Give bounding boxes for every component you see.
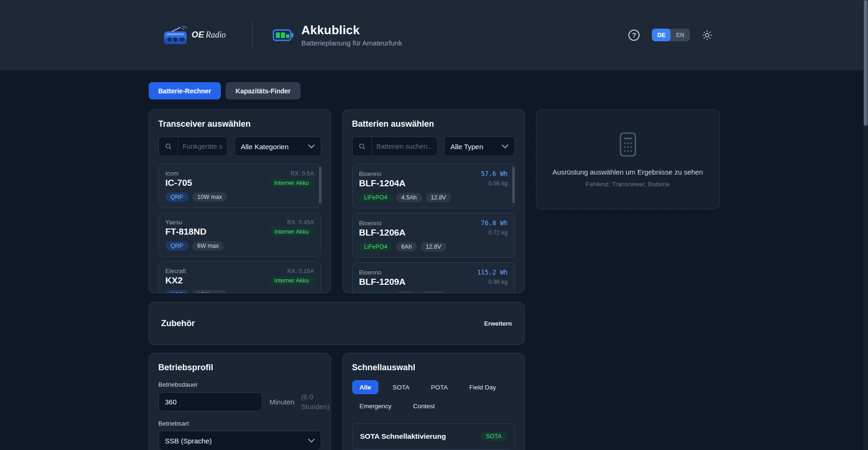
search-icon bbox=[353, 137, 372, 156]
chevron-down-icon bbox=[502, 145, 508, 148]
help-button[interactable]: ? bbox=[628, 30, 640, 41]
transceiver-category-select[interactable]: Alle Kategorien bbox=[234, 137, 321, 156]
battery-list-scrollbar[interactable] bbox=[512, 167, 515, 203]
transceiver-list: Icom RX: 0.5A IC-705 Interner Akku QRP 1… bbox=[159, 164, 321, 293]
transceiver-rx-current: RX: 0.45A bbox=[287, 219, 314, 226]
logo-radio-text: Radio bbox=[206, 30, 226, 40]
transceiver-model: KX2 bbox=[166, 275, 183, 286]
profile-title: Betriebsprofil bbox=[159, 363, 321, 373]
battery-search-input[interactable] bbox=[372, 143, 437, 150]
transceiver-model: FT-818ND bbox=[166, 227, 207, 237]
lang-de-button[interactable]: DE bbox=[652, 29, 671, 41]
transceiver-item-ic705[interactable]: Icom RX: 0.5A IC-705 Interner Akku QRP 1… bbox=[159, 164, 321, 208]
battery-energy: 57.6 Wh bbox=[481, 170, 508, 177]
battery-icon bbox=[272, 28, 294, 43]
transceiver-search bbox=[159, 137, 227, 156]
battery-brand: Bioenno bbox=[359, 220, 382, 227]
calculator-icon bbox=[617, 131, 639, 160]
quick-item-title: SOTA Schnellaktivierung bbox=[360, 432, 446, 441]
battery-weight: 0.72 kg bbox=[488, 229, 507, 236]
battery-brand: Bioenno bbox=[359, 269, 382, 276]
app-header: OE Radio Akkublick Batterieplanung für A… bbox=[0, 0, 868, 70]
chemistry-badge: LiFePO4 bbox=[359, 242, 392, 252]
battery-search bbox=[352, 137, 438, 156]
help-glyph: ? bbox=[632, 31, 636, 39]
battery-type-select[interactable]: Alle Typen bbox=[444, 137, 515, 156]
radio-icon bbox=[163, 25, 189, 46]
transceiver-list-scrollbar[interactable] bbox=[319, 167, 322, 203]
transceiver-brand: Elecraft bbox=[166, 267, 186, 275]
transceiver-brand: Yaesu bbox=[166, 219, 182, 226]
results-placeholder-panel: Ausrüstung auswählen um Ergebnisse zu se… bbox=[536, 109, 720, 209]
view-tabs: Batterie-Rechner Kapazitäts-Finder bbox=[149, 82, 720, 99]
accessories-panel: Zubehör Erweitern bbox=[149, 302, 525, 345]
battery-item-blf1206a[interactable]: Bioenno 76.8 Wh BLF-1206A 0.72 kg LiFePO… bbox=[352, 213, 515, 258]
internal-battery-badge: Interner Akku bbox=[269, 178, 314, 188]
battery-model: BLF-1204A bbox=[359, 178, 406, 189]
mode-select[interactable]: SSB (Sprache) bbox=[159, 431, 321, 450]
internal-battery-badge: Interner Akku bbox=[269, 227, 314, 236]
battery-panel-title: Batterien auswählen bbox=[352, 119, 515, 129]
transceiver-rx-current: RX: 0.15A bbox=[287, 268, 314, 275]
accessories-title: Zubehör bbox=[161, 319, 195, 328]
header-divider bbox=[252, 21, 253, 50]
transceiver-item-kx2[interactable]: Elecraft RX: 0.15A KX2 Interner Akku QRP… bbox=[159, 261, 321, 293]
results-missing-hint: Fehlend: Transceiver, Batterie bbox=[586, 181, 670, 188]
quick-select-panel: Schnellauswahl Alle SOTA POTA Field Day … bbox=[342, 353, 525, 450]
results-empty-message: Ausrüstung auswählen um Ergebnisse zu se… bbox=[552, 168, 703, 176]
duration-input[interactable] bbox=[159, 392, 262, 411]
tab-kapazitaets-finder[interactable]: Kapazitäts-Finder bbox=[226, 82, 300, 99]
quick-filter-group: Alle SOTA POTA Field Day Emergency Conte… bbox=[352, 380, 507, 413]
accessories-expand-button[interactable]: Erweitern bbox=[484, 320, 512, 327]
max-power-badge: 10W max bbox=[192, 192, 227, 202]
quick-filter-sota[interactable]: SOTA bbox=[385, 380, 417, 394]
quick-filter-field-day[interactable]: Field Day bbox=[462, 380, 504, 394]
transceiver-rx-current: RX: 0.5A bbox=[290, 170, 314, 177]
max-power-badge: 12W max bbox=[192, 290, 227, 293]
quick-filter-alle[interactable]: Alle bbox=[352, 380, 379, 394]
transceiver-brand: Icom bbox=[166, 170, 179, 177]
capacity-badge: 9Ah bbox=[396, 291, 417, 293]
battery-type-value: Alle Typen bbox=[451, 143, 483, 151]
theme-toggle-sun-icon[interactable] bbox=[702, 30, 712, 40]
battery-energy: 76.8 Wh bbox=[481, 219, 508, 227]
battery-model: BLF-1206A bbox=[359, 228, 406, 238]
battery-panel: Batterien auswählen Alle Typen Bioenno bbox=[342, 109, 525, 293]
capacity-badge: 6Ah bbox=[396, 242, 417, 252]
battery-weight: 0.56 kg bbox=[488, 180, 507, 187]
duration-hours-hint: (6.0 Stunden) bbox=[301, 392, 330, 412]
lang-en-button[interactable]: EN bbox=[671, 29, 689, 41]
max-power-badge: 6W max bbox=[192, 241, 224, 251]
voltage-badge: 12.8V bbox=[426, 193, 452, 202]
voltage-badge: 12.8V bbox=[421, 242, 446, 252]
battery-list: Bioenno 57.6 Wh BLF-1204A 0.56 kg LiFePO… bbox=[352, 164, 515, 293]
mode-select-value: SSB (Sprache) bbox=[165, 437, 212, 445]
chemistry-badge: LiFePO4 bbox=[359, 291, 392, 293]
quick-filter-contest[interactable]: Contest bbox=[406, 399, 443, 413]
battery-item-blf1209a[interactable]: Bioenno 115.2 Wh BLF-1209A 0.99 kg LiFeP… bbox=[352, 262, 515, 293]
oe-radio-logo: OE Radio bbox=[163, 25, 226, 46]
power-class-badge: QRP bbox=[166, 290, 189, 293]
quick-item-sota-activation[interactable]: SOTA Schnellaktivierung SOTA bbox=[352, 423, 515, 450]
battery-item-blf1204a[interactable]: Bioenno 57.6 Wh BLF-1204A 0.56 kg LiFePO… bbox=[352, 164, 515, 208]
transceiver-panel: Transceiver auswählen Alle Kategorien Ic… bbox=[149, 109, 331, 293]
quick-filter-emergency[interactable]: Emergency bbox=[352, 399, 399, 413]
page-scrollbar-track[interactable] bbox=[863, 0, 868, 450]
transceiver-item-ft818nd[interactable]: Yaesu RX: 0.45A FT-818ND Interner Akku Q… bbox=[159, 213, 321, 257]
page-scrollbar-thumb[interactable] bbox=[864, 0, 868, 126]
battery-model: BLF-1209A bbox=[359, 277, 406, 287]
capacity-badge: 4.5Ah bbox=[396, 193, 422, 202]
battery-weight: 0.99 kg bbox=[488, 279, 507, 285]
voltage-badge: 12.8V bbox=[421, 291, 446, 293]
chevron-down-icon bbox=[308, 439, 315, 442]
power-class-badge: QRP bbox=[166, 241, 189, 251]
transceiver-search-input[interactable] bbox=[178, 143, 227, 150]
language-toggle: DE EN bbox=[652, 29, 689, 41]
chemistry-badge: LiFePO4 bbox=[359, 193, 392, 202]
search-icon bbox=[159, 137, 178, 156]
quick-filter-pota[interactable]: POTA bbox=[423, 380, 455, 394]
transceiver-category-value: Alle Kategorien bbox=[241, 143, 289, 151]
tab-batterie-rechner[interactable]: Batterie-Rechner bbox=[149, 82, 221, 99]
transceiver-panel-title: Transceiver auswählen bbox=[159, 119, 321, 129]
duration-label: Betriebsdauer bbox=[159, 381, 321, 388]
